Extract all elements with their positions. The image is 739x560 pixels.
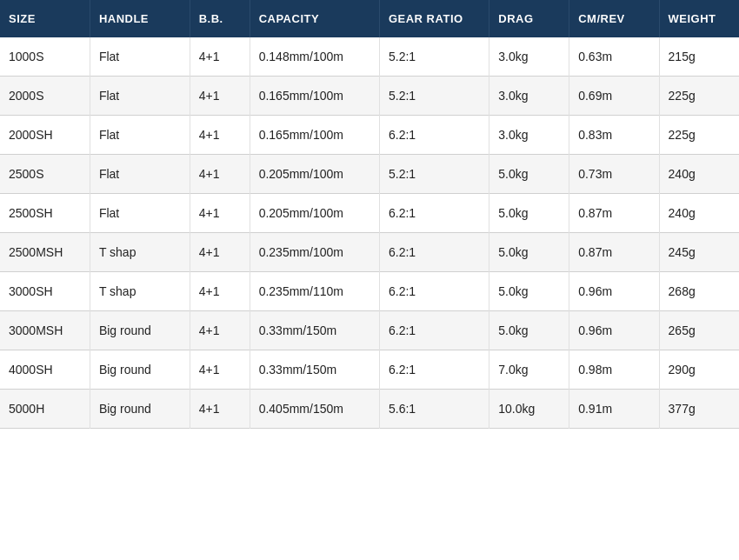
table-row: 2500SHFlat4+10.205mm/100m6.2:15.0kg0.87m…	[0, 194, 739, 233]
cell-cm_rev: 0.98m	[569, 350, 659, 390]
cell-weight: 225g	[659, 77, 739, 116]
cell-size: 3000MSH	[0, 311, 90, 350]
column-header-handle: HANDLE	[90, 0, 190, 37]
cell-capacity: 0.33mm/150m	[250, 311, 379, 350]
cell-gear_ratio: 6.2:1	[379, 194, 489, 233]
cell-drag: 7.0kg	[489, 350, 569, 390]
cell-gear_ratio: 5.2:1	[379, 77, 489, 116]
table-row: 3000MSHBig round4+10.33mm/150m6.2:15.0kg…	[0, 311, 739, 350]
cell-handle: Flat	[90, 155, 190, 194]
column-header-capacity: CAPACITY	[250, 0, 379, 37]
cell-capacity: 0.205mm/100m	[250, 155, 379, 194]
cell-handle: Flat	[90, 194, 190, 233]
cell-handle: T shap	[90, 272, 190, 311]
column-header-weight: WEIGHT	[659, 0, 739, 37]
cell-handle: Flat	[90, 116, 190, 155]
cell-capacity: 0.405mm/150m	[250, 390, 379, 429]
cell-drag: 5.0kg	[489, 194, 569, 233]
cell-weight: 268g	[659, 272, 739, 311]
cell-cm_rev: 0.96m	[569, 272, 659, 311]
cell-bb: 4+1	[190, 194, 250, 233]
cell-gear_ratio: 5.2:1	[379, 155, 489, 194]
cell-size: 1000S	[0, 37, 90, 77]
table-row: 5000HBig round4+10.405mm/150m5.6:110.0kg…	[0, 390, 739, 429]
table-row: 2000SFlat4+10.165mm/100m5.2:13.0kg0.69m2…	[0, 77, 739, 116]
cell-handle: Big round	[90, 350, 190, 390]
cell-bb: 4+1	[190, 155, 250, 194]
cell-size: 2500MSH	[0, 233, 90, 272]
table-row: 3000SHT shap4+10.235mm/110m6.2:15.0kg0.9…	[0, 272, 739, 311]
cell-bb: 4+1	[190, 390, 250, 429]
column-header-cm_rev: CM/REV	[569, 0, 659, 37]
cell-size: 2500S	[0, 155, 90, 194]
cell-weight: 240g	[659, 155, 739, 194]
cell-gear_ratio: 6.2:1	[379, 116, 489, 155]
cell-weight: 377g	[659, 390, 739, 429]
cell-capacity: 0.165mm/100m	[250, 77, 379, 116]
cell-weight: 215g	[659, 37, 739, 77]
table-body: 1000SFlat4+10.148mm/100m5.2:13.0kg0.63m2…	[0, 37, 739, 429]
column-header-bb: B.B.	[190, 0, 250, 37]
table-row: 1000SFlat4+10.148mm/100m5.2:13.0kg0.63m2…	[0, 37, 739, 77]
table-header: SIZEHANDLEB.B.CAPACITYGEAR RATIODRAGCM/R…	[0, 0, 739, 37]
cell-size: 3000SH	[0, 272, 90, 311]
cell-gear_ratio: 6.2:1	[379, 233, 489, 272]
cell-drag: 5.0kg	[489, 311, 569, 350]
cell-handle: Big round	[90, 311, 190, 350]
cell-handle: T shap	[90, 233, 190, 272]
cell-drag: 3.0kg	[489, 77, 569, 116]
cell-handle: Big round	[90, 390, 190, 429]
cell-drag: 5.0kg	[489, 233, 569, 272]
cell-bb: 4+1	[190, 272, 250, 311]
cell-size: 5000H	[0, 390, 90, 429]
cell-size: 2500SH	[0, 194, 90, 233]
cell-bb: 4+1	[190, 233, 250, 272]
cell-handle: Flat	[90, 37, 190, 77]
cell-weight: 225g	[659, 116, 739, 155]
cell-cm_rev: 0.87m	[569, 233, 659, 272]
cell-cm_rev: 0.96m	[569, 311, 659, 350]
cell-cm_rev: 0.69m	[569, 77, 659, 116]
cell-cm_rev: 0.91m	[569, 390, 659, 429]
cell-size: 2000S	[0, 77, 90, 116]
column-header-drag: DRAG	[489, 0, 569, 37]
column-header-size: SIZE	[0, 0, 90, 37]
cell-weight: 290g	[659, 350, 739, 390]
cell-cm_rev: 0.73m	[569, 155, 659, 194]
cell-gear_ratio: 5.2:1	[379, 37, 489, 77]
cell-bb: 4+1	[190, 77, 250, 116]
cell-drag: 5.0kg	[489, 272, 569, 311]
specs-table: SIZEHANDLEB.B.CAPACITYGEAR RATIODRAGCM/R…	[0, 0, 739, 429]
table-row: 2500SFlat4+10.205mm/100m5.2:15.0kg0.73m2…	[0, 155, 739, 194]
cell-drag: 3.0kg	[489, 37, 569, 77]
cell-gear_ratio: 6.2:1	[379, 311, 489, 350]
cell-size: 2000SH	[0, 116, 90, 155]
cell-gear_ratio: 6.2:1	[379, 350, 489, 390]
cell-capacity: 0.235mm/110m	[250, 272, 379, 311]
cell-handle: Flat	[90, 77, 190, 116]
table-row: 2000SHFlat4+10.165mm/100m6.2:13.0kg0.83m…	[0, 116, 739, 155]
cell-weight: 265g	[659, 311, 739, 350]
cell-capacity: 0.33mm/150m	[250, 350, 379, 390]
cell-gear_ratio: 6.2:1	[379, 272, 489, 311]
cell-bb: 4+1	[190, 37, 250, 77]
header-row: SIZEHANDLEB.B.CAPACITYGEAR RATIODRAGCM/R…	[0, 0, 739, 37]
cell-bb: 4+1	[190, 350, 250, 390]
cell-cm_rev: 0.83m	[569, 116, 659, 155]
cell-drag: 5.0kg	[489, 155, 569, 194]
table-row: 2500MSHT shap4+10.235mm/100m6.2:15.0kg0.…	[0, 233, 739, 272]
cell-capacity: 0.235mm/100m	[250, 233, 379, 272]
cell-capacity: 0.205mm/100m	[250, 194, 379, 233]
cell-gear_ratio: 5.6:1	[379, 390, 489, 429]
cell-drag: 3.0kg	[489, 116, 569, 155]
table-row: 4000SHBig round4+10.33mm/150m6.2:17.0kg0…	[0, 350, 739, 390]
cell-weight: 245g	[659, 233, 739, 272]
cell-bb: 4+1	[190, 116, 250, 155]
cell-drag: 10.0kg	[489, 390, 569, 429]
cell-capacity: 0.148mm/100m	[250, 37, 379, 77]
cell-cm_rev: 0.63m	[569, 37, 659, 77]
cell-weight: 240g	[659, 194, 739, 233]
cell-cm_rev: 0.87m	[569, 194, 659, 233]
cell-capacity: 0.165mm/100m	[250, 116, 379, 155]
cell-bb: 4+1	[190, 311, 250, 350]
